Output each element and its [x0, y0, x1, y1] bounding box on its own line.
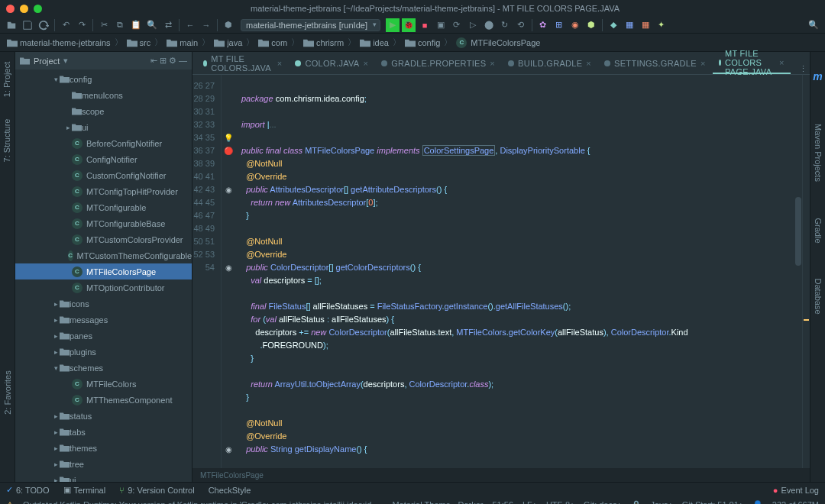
- project-tool-button[interactable]: 1: Project: [3, 62, 12, 97]
- hide-panel-icon[interactable]: —: [179, 56, 187, 66]
- restart-icon[interactable]: ↻: [498, 18, 512, 32]
- maven-tool-button[interactable]: Maven Projects: [814, 124, 823, 182]
- tree-node[interactable]: CMTFileColors: [15, 376, 192, 392]
- terminal-tool-button[interactable]: ▣Terminal: [63, 485, 106, 495]
- close-tab-icon[interactable]: ×: [779, 58, 785, 67]
- settings-icon[interactable]: ✿: [536, 18, 550, 32]
- save-all-icon[interactable]: [21, 18, 34, 32]
- project-structure-icon[interactable]: ⊞: [552, 18, 566, 32]
- todo-tool-button[interactable]: ✓6: TODO: [6, 485, 50, 495]
- tree-node[interactable]: ▸status: [15, 408, 192, 424]
- tree-node[interactable]: ▸ui: [15, 119, 192, 135]
- tree-node[interactable]: ▸tree: [15, 456, 192, 472]
- collapse-icon[interactable]: ⇤: [150, 56, 157, 66]
- error-stripe[interactable]: [802, 75, 810, 468]
- minimize-window-icon[interactable]: [20, 5, 28, 13]
- tree-node[interactable]: ▸plugins: [15, 344, 192, 360]
- editor-tab[interactable]: BUILD.GRADLE×: [502, 53, 597, 74]
- status-git-branch[interactable]: Git: docs÷: [584, 500, 621, 504]
- close-window-icon[interactable]: [6, 5, 15, 13]
- status-line-sep[interactable]: LF÷: [522, 500, 537, 504]
- close-tab-icon[interactable]: ×: [700, 59, 706, 68]
- maximize-window-icon[interactable]: [34, 5, 42, 13]
- coverage-icon[interactable]: ▣: [434, 18, 448, 32]
- view-options-icon[interactable]: ⊞: [160, 56, 167, 66]
- profile-icon[interactable]: ⟳: [450, 18, 464, 32]
- hide-icon[interactable]: ⚙: [169, 56, 176, 66]
- editor-tab[interactable]: SETTINGS.GRADLE×: [598, 53, 712, 74]
- tree-node[interactable]: CMTFileColorsPage: [15, 263, 192, 279]
- tree-node[interactable]: ▸themes: [15, 440, 192, 456]
- editor-tab[interactable]: MT FILE COLORS PAGE.JAVA×: [713, 53, 791, 74]
- redo-icon[interactable]: ↷: [75, 18, 89, 32]
- status-message[interactable]: Outdated Kotlin Runtime: Your version of…: [23, 500, 383, 504]
- tree-node[interactable]: CConfigNotifier: [15, 151, 192, 167]
- status-java[interactable]: Java÷: [651, 500, 673, 504]
- status-memory[interactable]: 232 of 667M: [772, 500, 819, 504]
- reload-icon[interactable]: ⟲: [514, 18, 528, 32]
- back-icon[interactable]: ←: [183, 18, 197, 32]
- status-encoding[interactable]: UTF-8÷: [546, 500, 574, 504]
- tree-node[interactable]: ▸panes: [15, 328, 192, 344]
- tree-node[interactable]: ▸messages: [15, 312, 192, 328]
- paste-icon[interactable]: 📋: [129, 18, 143, 32]
- status-icon[interactable]: ⚠: [6, 500, 14, 505]
- gutter-icons[interactable]: 💡🔴◉◉◉: [222, 75, 235, 468]
- tree-node[interactable]: CMTCustomThemeConfigurable: [15, 247, 192, 263]
- tree-node[interactable]: ▾schemes: [15, 360, 192, 376]
- close-tab-icon[interactable]: ×: [363, 59, 368, 68]
- gradle-icon[interactable]: ⬢: [584, 18, 598, 32]
- editor-tab[interactable]: MT FILE COLORS.JAVA×: [197, 53, 288, 74]
- tree-node[interactable]: ▸icons: [15, 296, 192, 312]
- checkstyle-tool-button[interactable]: CheckStyle: [209, 486, 251, 495]
- code-editor[interactable]: 26 27 28 29 30 31 32 33 34 35 36 37 38 3…: [192, 75, 810, 468]
- attach-icon[interactable]: ▷: [466, 18, 480, 32]
- tree-node[interactable]: scope: [15, 103, 192, 119]
- tool2-icon[interactable]: ▦: [623, 18, 636, 32]
- tree-node[interactable]: ▸ui: [15, 472, 192, 482]
- tree-node[interactable]: CMTConfigurable: [15, 199, 192, 215]
- gradle-tool-button[interactable]: Gradle: [814, 218, 823, 243]
- tree-node[interactable]: CMTThemesComponent: [15, 392, 192, 408]
- close-tab-icon[interactable]: ×: [277, 59, 283, 68]
- tree-node[interactable]: ▸tabs: [15, 424, 192, 440]
- tree-node[interactable]: CMTConfigurableBase: [15, 215, 192, 231]
- editor-scrollbar[interactable]: [795, 197, 801, 266]
- close-tab-icon[interactable]: ×: [586, 59, 591, 68]
- close-tab-icon[interactable]: ×: [490, 59, 495, 68]
- editor-tab[interactable]: GRADLE.PROPERTIES×: [375, 53, 501, 74]
- run-icon[interactable]: ▶: [386, 18, 400, 32]
- breakpoints-icon[interactable]: ⬤: [482, 18, 496, 32]
- nav-breadcrumbs[interactable]: material-theme-jetbrains〉 src〉 main〉 jav…: [0, 34, 825, 52]
- sync-gradle-icon[interactable]: ◉: [568, 18, 582, 32]
- favorites-tool-button[interactable]: 2: Favorites: [3, 370, 12, 414]
- undo-icon[interactable]: ↶: [59, 18, 73, 32]
- project-view-title[interactable]: Project: [34, 57, 60, 66]
- tree-node[interactable]: CMTOptionContributor: [15, 279, 192, 296]
- tool4-icon[interactable]: ✦: [655, 18, 668, 32]
- status-cursor-pos[interactable]: 51:56: [492, 500, 513, 504]
- sync-icon[interactable]: [37, 18, 50, 32]
- replace-icon[interactable]: ⇄: [161, 18, 175, 32]
- tab-list-icon[interactable]: ⋮: [799, 64, 807, 74]
- editor-tabs[interactable]: MT FILE COLORS.JAVA×COLOR.JAVA×GRADLE.PR…: [192, 52, 810, 75]
- editor-tab[interactable]: COLOR.JAVA×: [289, 53, 374, 74]
- structure-tool-button[interactable]: 7: Structure: [3, 119, 12, 163]
- copy-icon[interactable]: ⧉: [113, 18, 127, 32]
- editor-breadcrumb[interactable]: MTFileColorsPage: [192, 468, 810, 482]
- stop-icon[interactable]: ■: [418, 18, 432, 32]
- window-controls[interactable]: [6, 5, 42, 13]
- status-git-start[interactable]: Git Start: 51 01÷: [682, 500, 743, 504]
- cut-icon[interactable]: ✂: [97, 18, 111, 32]
- debug-icon[interactable]: 🐞: [402, 18, 416, 32]
- database-tool-button[interactable]: Database: [814, 278, 823, 314]
- run-config-dropdown[interactable]: material-theme-jetbrains [runIde]: [241, 19, 380, 31]
- tree-node[interactable]: CMTConfigTopHitProvider: [15, 183, 192, 199]
- find-icon[interactable]: 🔍: [145, 18, 159, 32]
- tree-node[interactable]: CCustomConfigNotifier: [15, 167, 192, 183]
- tool1-icon[interactable]: ◆: [607, 18, 620, 32]
- vcs-tool-button[interactable]: ⑂9: Version Control: [119, 486, 194, 495]
- tool3-icon[interactable]: ▦: [639, 18, 652, 32]
- search-everywhere-icon[interactable]: 🔍: [807, 18, 820, 32]
- tree-node[interactable]: menuIcons: [15, 87, 192, 103]
